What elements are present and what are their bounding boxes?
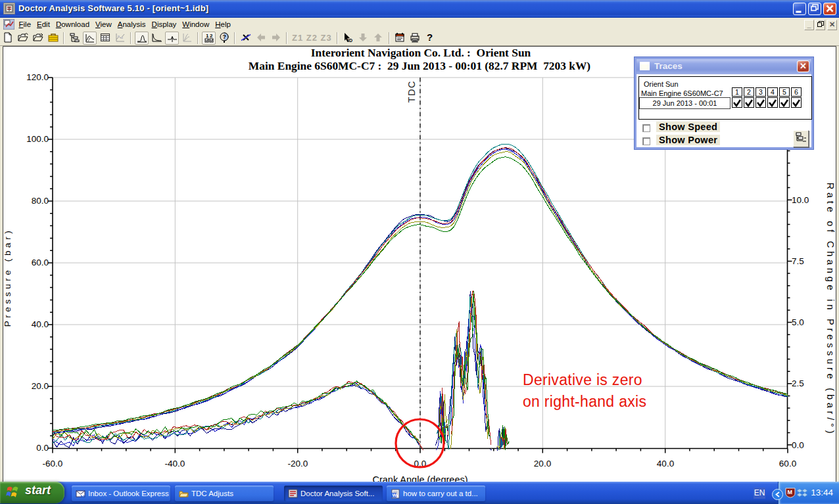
svg-text:on right-hand axis: on right-hand axis [523, 393, 646, 410]
svg-text:0.0: 0.0 [36, 443, 49, 453]
svg-text:20.0: 20.0 [534, 459, 551, 469]
svg-text:W: W [393, 493, 397, 497]
svg-text:Pressure (bar): Pressure (bar) [3, 228, 12, 327]
svg-text:Interorient Navigation Co. Ltd: Interorient Navigation Co. Ltd. : Orient… [311, 46, 531, 59]
svg-text:40.0: 40.0 [32, 319, 49, 329]
svg-text:-40.0: -40.0 [165, 459, 185, 469]
svg-text:?: ? [222, 34, 226, 40]
svg-text:Crank Angle (degrees): Crank Angle (degrees) [372, 474, 467, 482]
svg-text:0.0: 0.0 [792, 440, 804, 450]
svg-text:2.5: 2.5 [792, 378, 804, 388]
svg-text:40.0: 40.0 [657, 459, 674, 469]
svg-text:20.0: 20.0 [32, 381, 49, 391]
svg-text:ID: ID [348, 38, 352, 43]
svg-text:100.0: 100.0 [26, 134, 49, 144]
svg-text:-20.0: -20.0 [288, 459, 308, 469]
svg-text:120.0: 120.0 [26, 72, 49, 82]
svg-text:10.0: 10.0 [792, 195, 809, 205]
svg-text:Derivative is zero: Derivative is zero [523, 371, 642, 388]
svg-text:Rate of Change in Pressure (ba: Rate of Change in Pressure (bar/°) [825, 183, 836, 437]
svg-text:60.0: 60.0 [779, 459, 796, 469]
svg-text:80.0: 80.0 [32, 196, 49, 206]
svg-text:1: 1 [206, 33, 209, 39]
svg-text:5.0: 5.0 [792, 317, 804, 327]
svg-text:Main Engine 6S60MC-C7 : 29 Ju: Main Engine 6S60MC-C7 : 29 Jun 2013 - 00… [249, 59, 590, 72]
svg-text:7.5: 7.5 [792, 256, 804, 266]
svg-text:60.0: 60.0 [32, 258, 49, 267]
svg-text:-60.0: -60.0 [43, 459, 63, 469]
svg-text:TDC: TDC [406, 80, 417, 103]
svg-text:?: ? [427, 32, 433, 43]
svg-text:2: 2 [210, 33, 213, 39]
svg-text:M: M [788, 489, 793, 495]
